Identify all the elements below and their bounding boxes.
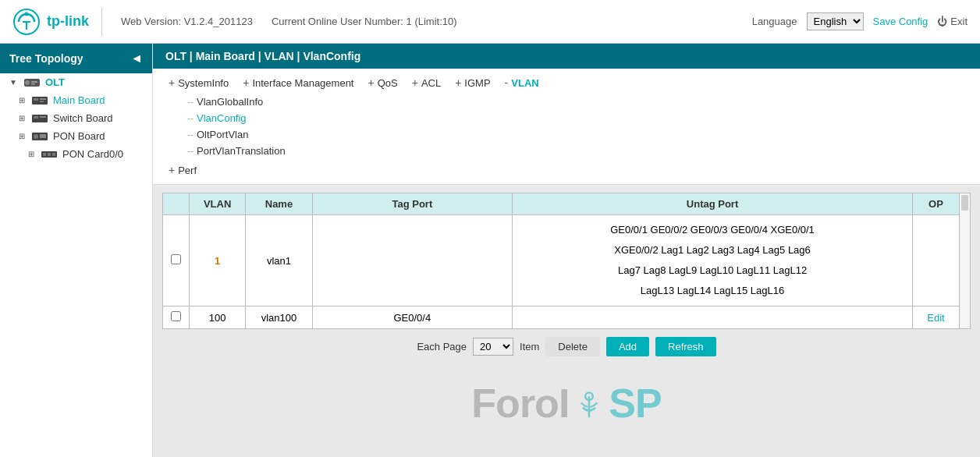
per-page-select[interactable]: 10 20 50 100 xyxy=(473,338,513,356)
language-select[interactable]: English xyxy=(807,12,864,30)
row2-untag-port-cell xyxy=(513,306,913,329)
exit-button[interactable]: ⏻ Exit xyxy=(937,16,968,27)
nav-label-qos: QoS xyxy=(378,77,398,89)
nav-item-igmp[interactable]: + IGMP xyxy=(449,73,496,92)
svg-rect-7 xyxy=(31,83,35,85)
nav-expand-icon-im: + xyxy=(243,76,249,89)
language-label: Language xyxy=(752,16,797,27)
row1-untag-port-cell: GE0/0/1 GE0/0/2 GE0/0/3 GE0/0/4 XGE0/0/1… xyxy=(513,215,913,306)
sidebar-item-main-board[interactable]: ⊞ Main Board xyxy=(0,91,152,109)
nav-menu: + SystemInfo + Interface Management + Qo… xyxy=(153,69,980,185)
expand-icon-mb: ⊞ xyxy=(19,96,25,105)
nav-item-systeminfo[interactable]: + SystemInfo xyxy=(162,73,235,92)
col-header-tag-port: Tag Port xyxy=(312,193,512,215)
sidebar-item-olt-label: OLT xyxy=(45,76,65,88)
col-header-vlan: VLAN xyxy=(190,193,246,215)
switch-board-icon xyxy=(31,114,48,123)
nav-dash-pvt: -- xyxy=(187,146,194,157)
svg-point-16 xyxy=(34,134,38,139)
main-layout: Tree Topology ◄ ▼ OLT ⊞ Main Board xyxy=(0,44,980,457)
sidebar-item-main-board-label: Main Board xyxy=(53,94,105,106)
svg-rect-17 xyxy=(40,134,46,138)
col-header-name: Name xyxy=(246,193,312,215)
delete-button[interactable]: Delete xyxy=(545,337,600,356)
refresh-button[interactable]: Refresh xyxy=(655,337,716,356)
svg-rect-19 xyxy=(43,153,46,156)
sidebar-item-pon-board[interactable]: ⊞ PON Board xyxy=(0,127,152,145)
nav-subitem-vlanconfig[interactable]: -- VlanConfig xyxy=(181,110,971,126)
header-right: Language English Save Config ⏻ Exit xyxy=(752,12,968,30)
sidebar-item-olt[interactable]: ▼ OLT xyxy=(0,73,152,91)
main-board-icon xyxy=(31,96,48,105)
expand-icon-sb: ⊞ xyxy=(19,114,25,122)
row1-checkbox-cell xyxy=(163,215,190,306)
row2-vlan-cell: 100 xyxy=(190,306,246,329)
sidebar-item-pon-card-label: PON Card0/0 xyxy=(62,148,123,160)
scrollbar-thumb[interactable] xyxy=(961,195,968,211)
svg-rect-14 xyxy=(40,116,46,118)
nav-label-perf: Perf xyxy=(178,165,197,176)
svg-rect-10 xyxy=(40,98,46,100)
actions-row: Each Page 10 20 50 100 Item Delete Add R… xyxy=(162,329,971,364)
row1-vlan-id: 1 xyxy=(215,255,220,267)
sidebar-item-switch-board-label: Switch Board xyxy=(53,112,113,124)
nav-item-perf[interactable]: + Perf xyxy=(162,161,203,179)
sidebar-header: Tree Topology ◄ xyxy=(0,44,152,73)
svg-rect-20 xyxy=(48,153,51,156)
save-config-link[interactable]: Save Config xyxy=(873,16,929,27)
expand-icon-pc: ⊞ xyxy=(28,150,34,158)
breadcrumb: OLT | Main Board | VLAN | VlanConfig xyxy=(153,44,980,69)
nav-item-interface-management[interactable]: + Interface Management xyxy=(236,73,360,92)
sidebar-item-pon-board-label: PON Board xyxy=(53,130,105,142)
nav-label-interface-management: Interface Management xyxy=(252,77,353,89)
online-users-label: Current Online User Number: 1 (Limit:10) xyxy=(272,16,457,27)
logo-area: tp-link xyxy=(12,8,102,36)
nav-subitem-portvlantranslation[interactable]: -- PortVlanTranslation xyxy=(181,143,971,159)
sidebar-item-switch-board[interactable]: ⊞ Switch Board xyxy=(0,109,152,127)
watermark: ForoI SP xyxy=(162,364,971,442)
row1-vlan-cell: 1 xyxy=(190,215,246,306)
row1-checkbox[interactable] xyxy=(171,254,181,264)
power-icon: ⏻ xyxy=(937,16,947,27)
nav-label-vlan: VLAN xyxy=(511,77,538,89)
header-info: Web Version: V1.2.4_201123 Current Onlin… xyxy=(102,16,752,27)
table-row: 1 vlan1 GE0/0/1 GE0/0/2 GE0/0/3 GE0/0/4 … xyxy=(163,215,960,306)
nav-item-acl[interactable]: + ACL xyxy=(406,73,447,92)
expand-icon: ▼ xyxy=(9,78,17,87)
nav-dash-vc: -- xyxy=(187,113,194,124)
nav-expand-icon-qos: + xyxy=(368,76,374,89)
exit-label: Exit xyxy=(950,16,968,27)
sidebar-toggle-button[interactable]: ◄ xyxy=(130,51,143,66)
row1-tag-port-cell xyxy=(312,215,512,306)
row2-checkbox[interactable] xyxy=(171,311,181,321)
nav-item-qos[interactable]: + QoS xyxy=(361,73,403,92)
svg-rect-13 xyxy=(34,116,38,119)
svg-rect-6 xyxy=(31,81,37,83)
watermark-sp: SP xyxy=(609,381,661,426)
add-button[interactable]: Add xyxy=(606,337,649,356)
nav-label-acl: ACL xyxy=(421,77,441,89)
row1-name-cell: vlan1 xyxy=(246,215,312,306)
nav-item-vlan[interactable]: - VLAN xyxy=(499,73,545,92)
nav-expand-icon-vlan: - xyxy=(505,76,509,89)
watermark-icon xyxy=(569,381,609,426)
col-header-checkbox xyxy=(163,193,190,215)
content-area: OLT | Main Board | VLAN | VlanConfig + S… xyxy=(153,44,980,457)
nav-subitem-label-vlanconfig: VlanConfig xyxy=(197,112,247,124)
edit-link[interactable]: Edit xyxy=(927,312,944,324)
row2-name-cell: vlan100 xyxy=(246,306,312,329)
row2-tag-port-cell: GE0/0/4 xyxy=(312,306,512,329)
sidebar-item-pon-card[interactable]: ⊞ PON Card0/0 xyxy=(0,145,152,163)
svg-rect-9 xyxy=(34,98,38,101)
row2-op-cell: Edit xyxy=(913,306,960,329)
expand-icon-pb: ⊞ xyxy=(19,132,25,140)
svg-rect-21 xyxy=(52,153,55,156)
pon-board-icon xyxy=(31,132,48,141)
nav-subitem-label-portvlantranslation: PortVlanTranslation xyxy=(197,145,286,157)
nav-subitem-oltportvlan[interactable]: -- OltPortVlan xyxy=(181,126,971,143)
header: tp-link Web Version: V1.2.4_201123 Curre… xyxy=(0,0,980,44)
nav-subitem-vlanglobalinfo[interactable]: -- VlanGlobalInfo xyxy=(181,94,971,110)
svg-rect-11 xyxy=(40,101,44,102)
per-page-label: Each Page xyxy=(417,341,467,352)
tp-link-logo-icon xyxy=(12,8,41,36)
